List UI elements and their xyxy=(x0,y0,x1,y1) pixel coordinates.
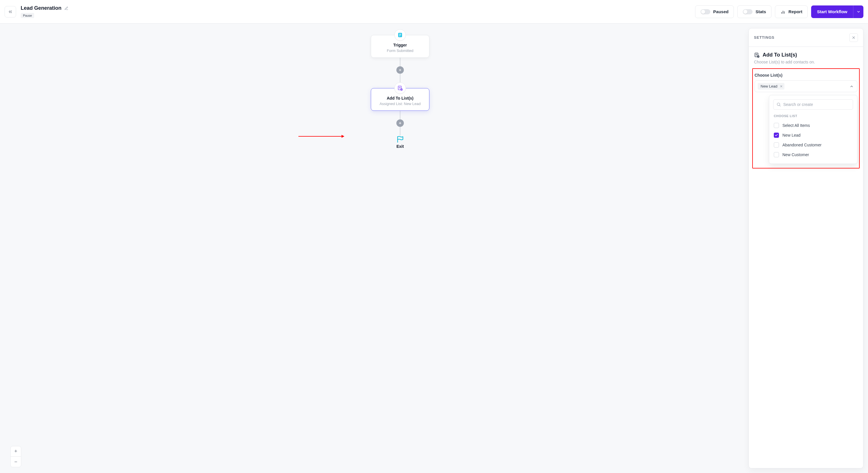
search-box[interactable] xyxy=(773,99,853,110)
status-chip: Pause xyxy=(21,13,34,18)
zoom-out-button[interactable]: − xyxy=(11,457,21,467)
field-label: Choose List(s) xyxy=(754,73,858,77)
exit-node-label: Exit xyxy=(396,144,404,149)
action-node-title: Add To List(s) xyxy=(376,96,425,100)
workspace: Trigger Form Submitted Add To List(s) As… xyxy=(0,24,868,473)
connector-line xyxy=(400,58,400,66)
panel-section-title: Add To List(s) xyxy=(763,52,797,58)
settings-panel: SETTINGS Add To List(s) Choose List(s) t… xyxy=(748,28,863,468)
list-add-icon xyxy=(397,85,403,91)
option-label: New Lead xyxy=(782,133,801,137)
zoom-controls: + − xyxy=(10,446,21,467)
report-button[interactable]: Report xyxy=(775,5,808,18)
checkbox[interactable] xyxy=(774,152,779,157)
paused-toggle-label: Paused xyxy=(713,9,728,14)
list-multiselect[interactable]: New Lead✕ xyxy=(754,80,857,92)
annotation-arrow xyxy=(299,135,344,138)
workflow-flow: Trigger Form Submitted Add To List(s) As… xyxy=(371,29,429,149)
plus-icon xyxy=(398,68,402,72)
chevron-down-icon xyxy=(857,10,861,14)
add-step-button[interactable] xyxy=(396,120,404,127)
edit-title-button[interactable] xyxy=(64,6,68,10)
plus-icon xyxy=(398,122,402,125)
close-icon xyxy=(851,36,856,40)
topbar: Lead Generation Pause Paused Stats Repor… xyxy=(0,0,868,24)
report-label: Report xyxy=(788,9,802,14)
stats-toggle[interactable]: Stats xyxy=(737,5,772,18)
connector-line xyxy=(400,74,400,82)
tag-label: New Lead xyxy=(761,84,777,89)
checkbox[interactable] xyxy=(774,142,779,147)
chevrons-left-icon xyxy=(8,9,13,14)
annotation-highlight: Choose List(s) New Lead✕ CHOOSE LIST Sel… xyxy=(752,68,860,168)
list-add-icon xyxy=(754,52,760,58)
panel-header: SETTINGS xyxy=(749,28,863,47)
dropdown-option[interactable]: New Customer xyxy=(773,150,853,160)
topbar-actions: Paused Stats Report Start Workflow xyxy=(695,5,863,18)
svg-rect-6 xyxy=(399,36,400,36)
option-label: Abandoned Customer xyxy=(782,143,822,147)
exit-node-icon xyxy=(396,135,404,143)
zoom-in-button[interactable]: + xyxy=(11,446,21,457)
chevron-up-icon xyxy=(849,85,854,89)
stats-toggle-label: Stats xyxy=(755,9,766,14)
panel-section-desc: Choose List(s) to add contacts on. xyxy=(754,60,858,64)
title-wrap: Lead Generation Pause xyxy=(21,5,68,18)
trigger-node-title: Trigger xyxy=(376,43,425,47)
remove-tag-button[interactable]: ✕ xyxy=(780,85,783,89)
start-workflow-menu-button[interactable] xyxy=(853,5,863,18)
paused-toggle[interactable]: Paused xyxy=(695,5,734,18)
flag-icon xyxy=(396,135,404,143)
panel-body: Add To List(s) Choose List(s) to add con… xyxy=(749,47,863,468)
toggle-icon xyxy=(701,9,710,14)
close-panel-button[interactable] xyxy=(849,33,858,42)
list-dropdown: CHOOSE LIST Select All ItemsNew LeadAban… xyxy=(769,95,857,164)
option-label: Select All Items xyxy=(782,123,810,128)
connector-line xyxy=(400,111,400,120)
page-title: Lead Generation xyxy=(21,5,61,11)
search-input[interactable] xyxy=(783,102,850,107)
panel-header-title: SETTINGS xyxy=(754,35,774,40)
svg-point-25 xyxy=(777,103,780,106)
connector-line xyxy=(400,127,400,135)
svg-rect-5 xyxy=(399,35,401,35)
start-workflow-button[interactable]: Start Workflow xyxy=(811,5,853,18)
checkbox[interactable] xyxy=(774,123,779,128)
svg-rect-4 xyxy=(399,34,401,34)
selected-tag: New Lead✕ xyxy=(758,83,784,90)
trigger-node-icon-wrap xyxy=(394,29,406,41)
form-icon xyxy=(397,32,403,38)
back-button[interactable] xyxy=(5,6,16,18)
toggle-icon xyxy=(743,9,752,14)
dropdown-option[interactable]: Abandoned Customer xyxy=(773,140,853,150)
trigger-node-subtitle: Form Submitted xyxy=(376,48,425,53)
action-node-icon-wrap xyxy=(394,82,406,94)
option-label: New Customer xyxy=(782,153,809,157)
svg-line-26 xyxy=(779,105,780,106)
checkbox[interactable] xyxy=(774,133,779,138)
pencil-icon xyxy=(64,6,68,10)
dropdown-option[interactable]: Select All Items xyxy=(773,121,853,130)
search-icon xyxy=(776,102,781,107)
action-node-subtitle: Assigned List: New Lead xyxy=(376,102,425,106)
add-step-button[interactable] xyxy=(396,66,404,74)
canvas[interactable]: Trigger Form Submitted Add To List(s) As… xyxy=(0,24,868,473)
bar-chart-icon xyxy=(780,9,785,14)
dropdown-section-label: CHOOSE LIST xyxy=(774,114,852,118)
dropdown-option[interactable]: New Lead xyxy=(773,130,853,140)
